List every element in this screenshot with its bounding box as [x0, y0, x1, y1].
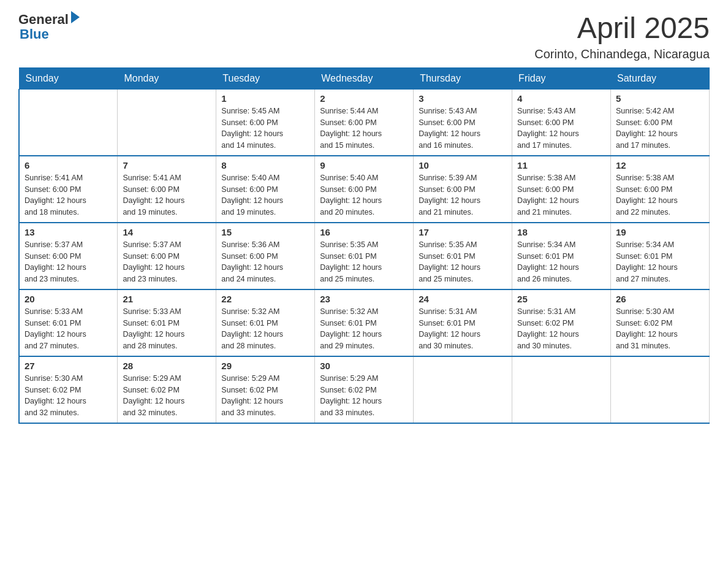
calendar-cell: 11Sunrise: 5:38 AM Sunset: 6:00 PM Dayli…: [512, 156, 611, 223]
calendar-cell: 10Sunrise: 5:39 AM Sunset: 6:00 PM Dayli…: [414, 156, 512, 223]
day-info: Sunrise: 5:33 AM Sunset: 6:01 PM Dayligh…: [123, 306, 211, 352]
calendar-cell: 18Sunrise: 5:34 AM Sunset: 6:01 PM Dayli…: [512, 223, 611, 289]
calendar-title: April 2025: [534, 12, 710, 45]
day-number: 1: [221, 93, 309, 104]
day-info: Sunrise: 5:37 AM Sunset: 6:00 PM Dayligh…: [25, 239, 112, 285]
day-info: Sunrise: 5:34 AM Sunset: 6:01 PM Dayligh…: [616, 239, 704, 285]
logo: General Blue: [18, 12, 80, 42]
logo-arrow-icon: [71, 11, 80, 23]
calendar-cell: 23Sunrise: 5:32 AM Sunset: 6:01 PM Dayli…: [315, 289, 414, 356]
day-number: 28: [123, 361, 211, 371]
day-info: Sunrise: 5:41 AM Sunset: 6:00 PM Dayligh…: [25, 172, 112, 218]
day-number: 25: [517, 294, 605, 304]
calendar-cell: 28Sunrise: 5:29 AM Sunset: 6:02 PM Dayli…: [118, 356, 216, 423]
day-info: Sunrise: 5:37 AM Sunset: 6:00 PM Dayligh…: [123, 239, 211, 285]
day-info: Sunrise: 5:29 AM Sunset: 6:02 PM Dayligh…: [123, 373, 211, 419]
calendar-week-row: 13Sunrise: 5:37 AM Sunset: 6:00 PM Dayli…: [19, 223, 710, 289]
calendar-cell: 26Sunrise: 5:30 AM Sunset: 6:02 PM Dayli…: [611, 289, 710, 356]
weekday-header: Friday: [512, 67, 611, 89]
day-info: Sunrise: 5:32 AM Sunset: 6:01 PM Dayligh…: [320, 306, 408, 352]
weekday-header: Thursday: [414, 67, 512, 89]
day-info: Sunrise: 5:35 AM Sunset: 6:01 PM Dayligh…: [419, 239, 507, 285]
calendar-cell: 2Sunrise: 5:44 AM Sunset: 6:00 PM Daylig…: [315, 89, 414, 156]
calendar-cell: 21Sunrise: 5:33 AM Sunset: 6:01 PM Dayli…: [118, 289, 216, 356]
day-number: 24: [419, 294, 507, 304]
day-info: Sunrise: 5:33 AM Sunset: 6:01 PM Dayligh…: [25, 306, 112, 352]
calendar-table: SundayMondayTuesdayWednesdayThursdayFrid…: [18, 67, 710, 424]
day-number: 29: [221, 361, 309, 371]
day-info: Sunrise: 5:31 AM Sunset: 6:02 PM Dayligh…: [517, 306, 605, 352]
day-number: 20: [25, 294, 112, 304]
day-info: Sunrise: 5:29 AM Sunset: 6:02 PM Dayligh…: [320, 373, 408, 419]
day-info: Sunrise: 5:36 AM Sunset: 6:00 PM Dayligh…: [221, 239, 309, 285]
logo-text-general: General: [18, 12, 69, 27]
day-number: 8: [221, 160, 309, 170]
weekday-header: Tuesday: [216, 67, 315, 89]
day-number: 30: [320, 361, 408, 371]
day-info: Sunrise: 5:38 AM Sunset: 6:00 PM Dayligh…: [517, 172, 605, 218]
weekday-header: Sunday: [19, 67, 118, 89]
calendar-cell: 25Sunrise: 5:31 AM Sunset: 6:02 PM Dayli…: [512, 289, 611, 356]
day-number: 21: [123, 294, 211, 304]
day-info: Sunrise: 5:41 AM Sunset: 6:00 PM Dayligh…: [123, 172, 211, 218]
calendar-week-row: 20Sunrise: 5:33 AM Sunset: 6:01 PM Dayli…: [19, 289, 710, 356]
day-info: Sunrise: 5:34 AM Sunset: 6:01 PM Dayligh…: [517, 239, 605, 285]
day-info: Sunrise: 5:43 AM Sunset: 6:00 PM Dayligh…: [419, 105, 507, 151]
calendar-week-row: 6Sunrise: 5:41 AM Sunset: 6:00 PM Daylig…: [19, 156, 710, 223]
day-info: Sunrise: 5:35 AM Sunset: 6:01 PM Dayligh…: [320, 239, 408, 285]
calendar-cell: 22Sunrise: 5:32 AM Sunset: 6:01 PM Dayli…: [216, 289, 315, 356]
calendar-cell: 1Sunrise: 5:45 AM Sunset: 6:00 PM Daylig…: [216, 89, 315, 156]
day-number: 7: [123, 160, 211, 170]
day-info: Sunrise: 5:31 AM Sunset: 6:01 PM Dayligh…: [419, 306, 507, 352]
day-info: Sunrise: 5:30 AM Sunset: 6:02 PM Dayligh…: [25, 373, 112, 419]
day-number: 12: [616, 160, 704, 170]
day-info: Sunrise: 5:29 AM Sunset: 6:02 PM Dayligh…: [221, 373, 309, 419]
day-info: Sunrise: 5:45 AM Sunset: 6:00 PM Dayligh…: [221, 105, 309, 151]
calendar-cell: [19, 89, 118, 156]
calendar-cell: 13Sunrise: 5:37 AM Sunset: 6:00 PM Dayli…: [19, 223, 118, 289]
day-number: 9: [320, 160, 408, 170]
calendar-cell: [414, 356, 512, 423]
weekday-header: Saturday: [611, 67, 710, 89]
calendar-cell: 9Sunrise: 5:40 AM Sunset: 6:00 PM Daylig…: [315, 156, 414, 223]
logo-text-blue: Blue: [20, 27, 49, 42]
day-info: Sunrise: 5:44 AM Sunset: 6:00 PM Dayligh…: [320, 105, 408, 151]
calendar-cell: 5Sunrise: 5:42 AM Sunset: 6:00 PM Daylig…: [611, 89, 710, 156]
calendar-cell: 27Sunrise: 5:30 AM Sunset: 6:02 PM Dayli…: [19, 356, 118, 423]
calendar-cell: 14Sunrise: 5:37 AM Sunset: 6:00 PM Dayli…: [118, 223, 216, 289]
calendar-cell: 4Sunrise: 5:43 AM Sunset: 6:00 PM Daylig…: [512, 89, 611, 156]
day-number: 5: [616, 93, 704, 104]
calendar-cell: 19Sunrise: 5:34 AM Sunset: 6:01 PM Dayli…: [611, 223, 710, 289]
weekday-header-row: SundayMondayTuesdayWednesdayThursdayFrid…: [19, 67, 710, 89]
calendar-cell: 6Sunrise: 5:41 AM Sunset: 6:00 PM Daylig…: [19, 156, 118, 223]
calendar-week-row: 27Sunrise: 5:30 AM Sunset: 6:02 PM Dayli…: [19, 356, 710, 423]
day-info: Sunrise: 5:40 AM Sunset: 6:00 PM Dayligh…: [320, 172, 408, 218]
title-block: April 2025 Corinto, Chinandega, Nicaragu…: [534, 12, 710, 61]
calendar-cell: 24Sunrise: 5:31 AM Sunset: 6:01 PM Dayli…: [414, 289, 512, 356]
day-number: 13: [25, 227, 112, 237]
day-number: 19: [616, 227, 704, 237]
day-number: 11: [517, 160, 605, 170]
day-info: Sunrise: 5:43 AM Sunset: 6:00 PM Dayligh…: [517, 105, 605, 151]
day-number: 15: [221, 227, 309, 237]
calendar-cell: 30Sunrise: 5:29 AM Sunset: 6:02 PM Dayli…: [315, 356, 414, 423]
day-number: 27: [25, 361, 112, 371]
day-info: Sunrise: 5:38 AM Sunset: 6:00 PM Dayligh…: [616, 172, 704, 218]
day-info: Sunrise: 5:32 AM Sunset: 6:01 PM Dayligh…: [221, 306, 309, 352]
day-number: 18: [517, 227, 605, 237]
day-number: 3: [419, 93, 507, 104]
day-number: 14: [123, 227, 211, 237]
page-header: General Blue April 2025 Corinto, Chinand…: [18, 12, 710, 61]
day-number: 17: [419, 227, 507, 237]
calendar-cell: 8Sunrise: 5:40 AM Sunset: 6:00 PM Daylig…: [216, 156, 315, 223]
calendar-cell: 17Sunrise: 5:35 AM Sunset: 6:01 PM Dayli…: [414, 223, 512, 289]
calendar-cell: [118, 89, 216, 156]
day-info: Sunrise: 5:39 AM Sunset: 6:00 PM Dayligh…: [419, 172, 507, 218]
calendar-subtitle: Corinto, Chinandega, Nicaragua: [534, 47, 710, 61]
calendar-cell: 29Sunrise: 5:29 AM Sunset: 6:02 PM Dayli…: [216, 356, 315, 423]
day-number: 23: [320, 294, 408, 304]
calendar-cell: [611, 356, 710, 423]
day-info: Sunrise: 5:30 AM Sunset: 6:02 PM Dayligh…: [616, 306, 704, 352]
calendar-cell: 3Sunrise: 5:43 AM Sunset: 6:00 PM Daylig…: [414, 89, 512, 156]
calendar-cell: 12Sunrise: 5:38 AM Sunset: 6:00 PM Dayli…: [611, 156, 710, 223]
